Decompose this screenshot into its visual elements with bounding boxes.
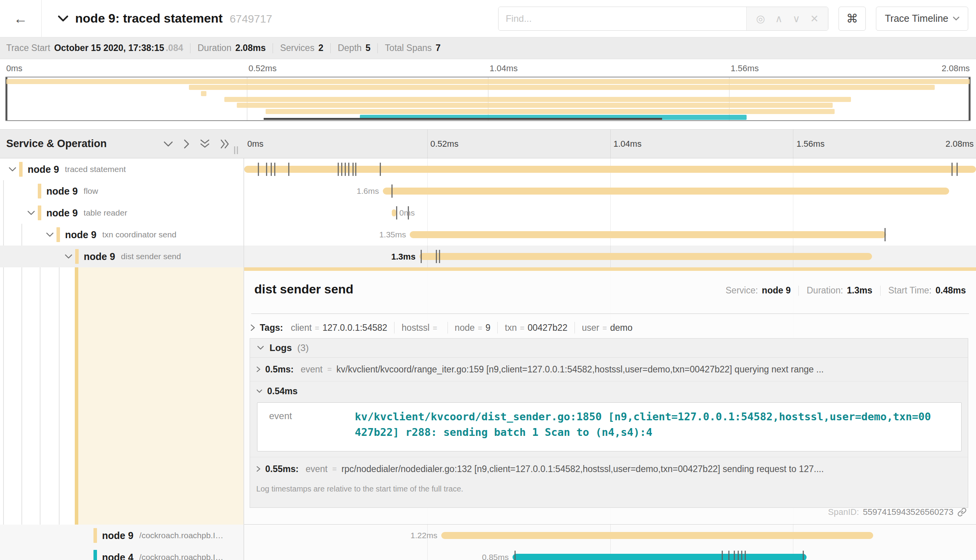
span-bar-row-traced-statement[interactable] <box>244 158 976 180</box>
span-row-label-roachpb-node4[interactable]: node 4 /cockroach.roachpb.I… <box>0 546 243 560</box>
span-duration-bar[interactable] <box>419 253 872 260</box>
equals: = <box>332 465 337 474</box>
span-row-label-dist-sender-send[interactable]: node 9 dist sender send <box>0 246 243 267</box>
log-value: kv/kvclient/kvcoord/range_iter.go:159 [n… <box>336 364 824 375</box>
minimap-span-bar <box>201 91 206 96</box>
chevron-down-icon[interactable] <box>9 167 19 172</box>
minimap-axis-tick: 1.04ms <box>490 63 518 74</box>
log-marker-tick <box>722 551 723 560</box>
find-nav-icons: ◎ ∧ ∨ ✕ <box>746 7 828 30</box>
chevron-down-icon[interactable] <box>46 232 56 237</box>
keyboard-shortcuts-button[interactable]: ⌘ <box>839 7 866 31</box>
trace-view: ← node 9: traced statement 6749717 ◎ ∧ ∨… <box>0 0 976 560</box>
axis-tick-label: 1.56ms <box>796 139 824 149</box>
log-marker-tick <box>341 163 342 176</box>
span-duration-bar[interactable] <box>513 554 806 560</box>
log-marker-tick <box>951 163 953 176</box>
span-detail-title: dist sender send <box>254 282 353 297</box>
deep-link-icon[interactable] <box>957 507 967 517</box>
span-duration-bar[interactable] <box>383 188 949 195</box>
expanded-span-accent-column <box>75 267 78 527</box>
find-input[interactable] <box>499 7 746 30</box>
find-group: ◎ ∧ ∨ ✕ <box>498 7 828 31</box>
collapse-trace-chevron-icon[interactable] <box>58 16 68 22</box>
span-row-label-txn-coordinator-send[interactable]: node 9 txn coordinator send <box>0 224 243 246</box>
span-row-label-traced-statement[interactable]: node 9 traced statement <box>0 158 243 180</box>
span-row-label-flow[interactable]: node 9 flow <box>0 180 243 202</box>
operation-name: traced statement <box>65 165 126 174</box>
span-bar-row-table-reader[interactable]: 0ms <box>244 202 976 224</box>
span-duration-label: 1.6ms <box>357 186 379 196</box>
span-duration-bar[interactable] <box>410 231 886 238</box>
operation-name: table reader <box>84 208 127 218</box>
minimap-span-bar <box>224 97 851 102</box>
trace-summary-bar: Trace Start October 15 2020, 17:38:15.08… <box>0 37 976 59</box>
span-bar-row-flow[interactable]: 1.6ms <box>244 180 976 202</box>
operation-name: txn coordinator send <box>102 230 176 239</box>
trace-duration: Duration2.08ms <box>197 43 266 53</box>
expand-one-chevron-right-icon[interactable] <box>183 139 190 149</box>
log-field-value: kv/kvclient/kvcoord/dist_sender.go:1850 … <box>355 403 934 451</box>
span-row-label-table-reader[interactable]: node 9 table reader <box>0 202 243 224</box>
back-button[interactable]: ← <box>0 0 42 37</box>
span-row-label-roachpb-node9[interactable]: node 9 /cockroach.roachpb.I… <box>0 525 243 546</box>
locate-icon[interactable]: ◎ <box>756 14 765 24</box>
column-resize-handle[interactable] <box>234 146 238 154</box>
collapse-all-double-chevron-down-icon[interactable] <box>200 139 210 149</box>
header-controls: ◎ ∧ ∨ ✕ ⌘ Trace Timeline <box>498 7 976 31</box>
trace-view-selector[interactable]: Trace Timeline <box>876 7 968 31</box>
span-bar-row-dist-sender-send[interactable]: 1.3ms <box>244 246 976 267</box>
log-marker-tick <box>884 228 886 241</box>
service-name: node 9 <box>46 186 78 197</box>
minimap-indicator-bar <box>264 118 662 120</box>
timeline-axis-header: 0ms 0.52ms 1.04ms 1.56ms 2.08ms <box>244 130 976 158</box>
next-match-chevron-icon[interactable]: ∨ <box>793 14 800 24</box>
span-bar-row-roachpb-node4[interactable]: 0.85ms <box>244 546 976 560</box>
operation-name: /cockroach.roachpb.I… <box>139 531 224 540</box>
span-bars-column: 1.6ms 0ms 1.35ms 1.3ms dist sender send … <box>244 158 976 560</box>
span-detail-accent-strip <box>244 267 976 271</box>
prev-match-chevron-icon[interactable]: ∧ <box>775 14 782 24</box>
axis-tick-label: 0.52ms <box>430 139 458 149</box>
log-marker-tick <box>380 163 381 176</box>
divider <box>330 43 331 53</box>
page-title: node 9: traced statement <box>75 11 223 26</box>
service-color-chip <box>93 528 97 543</box>
log-entry-collapsed[interactable]: 0.55ms: event = rpc/nodedialer/nodediale… <box>250 457 968 481</box>
divider <box>251 313 969 314</box>
expanded-span-backdrop <box>75 267 243 527</box>
span-duration-bar[interactable] <box>392 209 396 216</box>
log-marker-tick <box>266 163 267 176</box>
log-marker-tick <box>271 163 272 176</box>
tag-node: node=9 <box>455 323 491 333</box>
clear-search-icon[interactable]: ✕ <box>810 14 819 24</box>
service-name: node 4 <box>102 552 134 560</box>
span-duration-bar[interactable] <box>441 532 873 539</box>
divider <box>273 43 273 53</box>
chevron-down-icon[interactable] <box>27 211 38 216</box>
log-marker-tick <box>288 163 289 176</box>
log-marker-tick <box>436 250 437 263</box>
minimap-axis-tick: 1.56ms <box>731 63 759 74</box>
logs-count: (3) <box>297 342 308 353</box>
span-duration-bar[interactable] <box>244 166 976 173</box>
log-entry-collapsed[interactable]: 0.5ms: event = kv/kvclient/kvcoord/range… <box>250 358 968 381</box>
logs-accordion-header[interactable]: Logs (3) <box>250 339 968 358</box>
log-key: event <box>306 464 328 474</box>
minimap-canvas[interactable] <box>5 77 971 121</box>
equals: = <box>327 365 332 374</box>
tags-accordion[interactable]: Tags: client=127.0.0.1:54582 hostssl= no… <box>250 322 632 334</box>
service-operation-title: Service & Operation <box>0 138 163 150</box>
span-duration-label: 1.22ms <box>410 531 437 540</box>
log-entry-expanded-header[interactable]: 0.54ms <box>250 381 968 401</box>
column-divider[interactable] <box>243 158 244 560</box>
span-bar-row-roachpb-node9[interactable]: 1.22ms <box>244 525 976 546</box>
chevron-down-icon[interactable] <box>65 254 75 259</box>
service-color-chip <box>93 550 97 560</box>
log-timestamp: 0.54ms <box>267 386 298 397</box>
expand-all-double-chevron-right-icon[interactable] <box>220 139 230 149</box>
trace-total-spans: Total Spans7 <box>385 43 440 53</box>
collapse-one-chevron-down-icon[interactable] <box>163 141 173 147</box>
span-bar-row-txn-coordinator-send[interactable]: 1.35ms <box>244 224 976 246</box>
span-rows-region: node 9 traced statement node 9 flow node… <box>0 158 976 560</box>
